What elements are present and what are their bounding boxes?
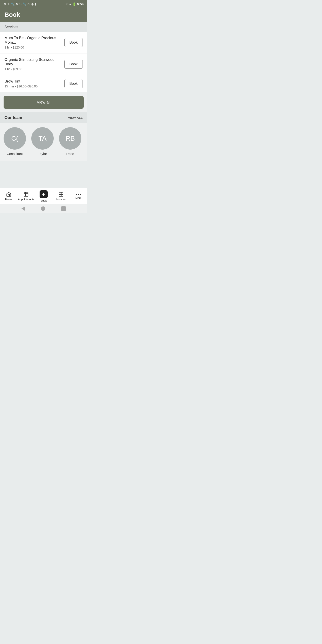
book-button-2[interactable]: Book <box>64 79 83 88</box>
avatar-initials-0: C( <box>11 134 18 142</box>
nav-item-more[interactable]: More <box>70 193 87 200</box>
home-icon <box>6 192 12 197</box>
service-duration-2: 15 min <box>4 84 14 88</box>
service-info-0: Mum To Be - Organic Precious Mom... 1 hr… <box>4 36 64 49</box>
svg-rect-10 <box>61 192 63 194</box>
nav-item-location[interactable]: Location <box>52 192 70 201</box>
svg-point-14 <box>78 194 79 195</box>
team-list: C( Consultant TA Taylor RB Rose <box>0 123 87 161</box>
service-name-0: Mum To Be - Organic Precious Mom... <box>4 36 61 45</box>
location-icon <box>58 192 64 197</box>
svg-point-13 <box>76 194 77 195</box>
nav-label-book: Book <box>40 199 46 202</box>
team-view-all-button[interactable]: VIEW ALL <box>68 116 83 120</box>
service-info-1: Organic Stimulating Seaweed Body... 1 hr… <box>4 58 64 71</box>
service-price-0: $120.00 <box>13 46 24 49</box>
sync-icon: ⟳ <box>28 2 30 6</box>
service-duration-0: 1 hr <box>4 46 10 49</box>
android-recents-button[interactable] <box>61 206 66 211</box>
page-header: Book <box>0 8 87 22</box>
service-details-1: 1 hr • $89.00 <box>4 67 61 71</box>
services-section-header: Services <box>0 22 87 32</box>
member-name-0: Consultant <box>7 152 23 156</box>
service-info-2: Brow Tint 15 min • $16.00–$20.00 <box>4 79 64 88</box>
android-home-button[interactable] <box>41 206 46 211</box>
wifi-icon: ▾ <box>66 2 68 6</box>
service-duration-1: 1 hr <box>4 67 10 71</box>
avatar-2: RB <box>59 127 82 150</box>
service-separator-1: • <box>11 67 13 71</box>
team-member-1[interactable]: TA Taylor <box>31 127 54 156</box>
nav-label-location: Location <box>56 198 66 201</box>
refresh-icon2: ↻ <box>19 2 22 6</box>
signal-icon: ▲ <box>69 2 72 6</box>
service-item-0: Mum To Be - Organic Precious Mom... 1 hr… <box>0 32 87 54</box>
avatar-initials-1: TA <box>38 134 46 142</box>
page-title: Book <box>4 11 83 18</box>
nav-label-more: More <box>75 196 82 200</box>
android-back-button[interactable] <box>22 206 25 211</box>
status-icons-right: ▾ ▲ 🔋 9:54 <box>66 2 84 6</box>
team-header: Our team VIEW ALL <box>0 112 87 123</box>
service-separator-0: • <box>11 46 13 49</box>
status-bar: ⚙ ✎ 🔧 ↻ ↻ 🔧 ⟳ ◑ ▮ ▾ ▲ 🔋 9:54 <box>0 0 87 8</box>
settings-icon: ⚙ <box>4 2 6 6</box>
svg-rect-12 <box>61 194 63 196</box>
team-member-0[interactable]: C( Consultant <box>4 127 26 156</box>
tool-icon: 🔧 <box>23 2 26 6</box>
member-name-2: Rose <box>66 152 74 156</box>
service-item-2: Brow Tint 15 min • $16.00–$20.00 Book <box>0 75 87 92</box>
refresh-icon1: ↻ <box>16 2 18 6</box>
service-name-1: Organic Stimulating Seaweed Body... <box>4 58 61 66</box>
service-details-0: 1 hr • $120.00 <box>4 46 61 49</box>
appointments-icon <box>24 192 29 197</box>
moon-icon: ◑ <box>31 2 34 6</box>
avatar-0: C( <box>4 127 26 150</box>
android-nav-bar <box>0 204 87 213</box>
services-section-title: Services <box>4 25 18 29</box>
book-nav-icon <box>40 190 48 198</box>
service-details-2: 15 min • $16.00–$20.00 <box>4 84 61 88</box>
nav-item-home[interactable]: Home <box>0 192 18 201</box>
sim-icon: ▮ <box>35 2 36 6</box>
status-icons-left: ⚙ ✎ 🔧 ↻ ↻ 🔧 ⟳ ◑ ▮ <box>4 2 36 6</box>
svg-point-15 <box>80 194 81 195</box>
book-button-0[interactable]: Book <box>64 38 83 47</box>
nav-label-home: Home <box>5 198 12 201</box>
avatar-1: TA <box>31 127 54 150</box>
extra-space <box>0 161 87 188</box>
svg-rect-0 <box>24 192 28 196</box>
more-icon <box>76 193 81 196</box>
svg-rect-11 <box>59 194 61 196</box>
nav-item-appointments[interactable]: Appointments <box>18 192 35 201</box>
service-list: Mum To Be - Organic Precious Mom... 1 hr… <box>0 32 87 92</box>
bottom-navigation: Home Appointments Book Locat <box>0 188 87 204</box>
view-all-button[interactable]: View all <box>4 96 84 109</box>
nav-item-book[interactable]: Book <box>35 190 52 202</box>
member-name-1: Taylor <box>38 152 47 156</box>
wrench-icon: 🔧 <box>11 2 14 6</box>
svg-rect-9 <box>59 192 61 194</box>
service-name-2: Brow Tint <box>4 79 61 84</box>
team-member-2[interactable]: RB Rose <box>59 127 82 156</box>
book-button-1[interactable]: Book <box>64 60 83 69</box>
team-section-title: Our team <box>4 116 22 120</box>
service-price-2: $16.00–$20.00 <box>17 84 38 88</box>
avatar-initials-2: RB <box>66 134 75 142</box>
status-time: 9:54 <box>77 2 84 6</box>
battery-icon: 🔋 <box>72 2 76 6</box>
service-separator-2: • <box>15 84 17 88</box>
nav-label-appointments: Appointments <box>18 198 34 201</box>
service-price-1: $89.00 <box>13 67 22 71</box>
service-item-1: Organic Stimulating Seaweed Body... 1 hr… <box>0 54 87 75</box>
team-section: Our team VIEW ALL C( Consultant TA Taylo… <box>0 112 87 161</box>
edit-icon: ✎ <box>8 2 10 6</box>
plus-icon <box>41 192 46 196</box>
main-content: Services Mum To Be - Organic Precious Mo… <box>0 22 87 188</box>
